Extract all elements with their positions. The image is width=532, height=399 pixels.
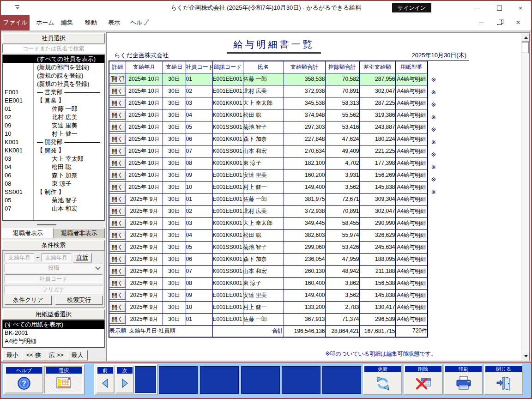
open-detail-button[interactable]: 開く [109,267,125,276]
open-detail-button[interactable]: 開く [109,87,125,96]
employee-list-item[interactable]: E001― 営業部 ―――――― [3,88,104,97]
menu-item-view[interactable]: 表示 [108,15,120,30]
max-width-button[interactable]: 最大 [67,350,88,360]
paper-list[interactable]: (すべての用紙を表示)BK-2001A4給与明細 [2,320,105,348]
detail-cell: 開く [109,73,126,85]
scrollbar[interactable] [521,33,529,361]
paper-list-item[interactable]: (すべての用紙を表示) [3,320,104,329]
select-button[interactable]: 選択 [44,366,83,393]
close-window-button[interactable]: 閉じる [484,364,523,395]
open-detail-button[interactable]: 開く [109,159,125,168]
open-detail-button[interactable]: 開く [109,135,125,144]
employee-list-item[interactable]: EE001【 営業 】 [3,97,104,105]
employee-list-item[interactable]: KK001【 開発 】 [3,146,104,155]
open-detail-button[interactable]: 開く [109,207,125,216]
retired-show-tab[interactable]: 退職者表示 [2,228,54,238]
open-detail-button[interactable]: 開く [109,99,125,108]
open-detail-button[interactable]: 開く [109,123,125,132]
open-detail-button[interactable]: 開く [109,291,125,300]
employee-list-item[interactable]: (新規の社員を登録) [3,80,104,88]
paper-list-item[interactable]: A4給与明細 [3,337,104,345]
paper-list-item[interactable]: BK-2001 [3,329,104,337]
employee-search-input[interactable] [2,44,105,53]
employee-code: 10 [3,130,33,138]
next-button[interactable]: 次 [115,366,134,393]
pay-month-from-input[interactable] [5,253,34,262]
employee-list-item[interactable]: 01佐藤 一郎 [3,105,104,113]
scroll-down-button[interactable] [522,352,530,360]
narrow-button[interactable]: << 狭 [22,350,45,360]
employee-list-item[interactable]: 10村上 健一 [3,130,104,138]
open-detail-button[interactable]: 開く [109,195,125,204]
open-detail-button[interactable]: 開く [109,219,125,228]
combo-chevron-icon[interactable] [94,265,102,272]
menu-item-file[interactable]: ファイル [1,15,30,30]
payslip-cell: 236,054 [284,253,325,265]
min-width-button[interactable]: 最小 [2,350,23,360]
scroll-thumb[interactable] [522,42,529,53]
prev-button[interactable]: 前 [96,366,115,393]
employee-list-item[interactable]: (新規の課を登録) [3,72,104,80]
open-detail-button[interactable]: 開く [109,279,125,288]
toolbar-empty-slot [241,366,280,394]
signin-button[interactable]: サインイン [392,3,431,12]
print-button[interactable]: 印刷 [444,364,483,395]
child-minimize-button[interactable] [472,15,490,30]
open-detail-button[interactable]: 開く [109,231,125,240]
splitter-handle[interactable] [37,224,56,225]
update-button[interactable]: 更新 [363,364,402,395]
open-detail-button[interactable]: 開く [109,303,125,312]
employee-list-item[interactable]: 04松田 聡 [3,163,104,171]
menu-item-edit[interactable]: 編集 [61,15,73,30]
help-button[interactable]: ヘルプ ? [5,366,43,393]
recent-button[interactable]: 直近 [73,253,91,262]
employee-list-item[interactable]: 08東 涼子 [3,180,104,188]
open-detail-button[interactable]: 開く [109,243,125,252]
open-detail-button[interactable]: 開く [109,183,125,192]
payslip-cell: 2025年 10月 [126,145,163,157]
employee-list-item[interactable]: 07山本 和宏 [3,205,104,213]
menu-item-home[interactable]: ホーム [36,15,54,30]
open-detail-button[interactable]: 開く [109,75,125,84]
employee-code-input[interactable] [5,274,103,283]
employee-list-item[interactable]: 05菊池 智子 [3,196,104,205]
child-restore-button[interactable] [490,15,509,30]
sort-order-label: 表示順 [109,327,126,334]
open-detail-button[interactable]: 開く [109,255,125,264]
maximize-button[interactable] [489,1,510,15]
minimize-button[interactable] [467,1,489,15]
employee-code: E001 [3,88,33,97]
open-detail-button[interactable]: 開く [109,171,125,180]
pay-month-to-input[interactable] [42,253,71,262]
employee-list-item[interactable]: 09安達 里美 [3,121,104,130]
employee-list-item[interactable]: 06森下 加奈 [3,171,104,180]
close-button[interactable]: × [510,1,531,15]
payslip-cell: 2025年 9月 [126,277,163,289]
employee-list-item[interactable]: 03大上 幸太郎 [3,155,104,163]
employee-list-item[interactable]: (すべての社員を表示) [3,55,104,63]
employee-list-item[interactable]: SS001【 制作 】 [3,188,104,196]
menu-item-help[interactable]: ヘルプ [130,15,149,30]
open-detail-button[interactable]: 開く [109,147,125,156]
employee-list-item[interactable]: K001― 開発部 ―――――― [3,138,104,146]
open-detail-button[interactable]: 開く [109,315,125,324]
role-select[interactable]: 役職 [5,264,103,272]
menu-item-move[interactable]: 移動 [85,15,97,30]
employee-label: 菊池 智子 [33,196,78,205]
condition-search-header[interactable]: 条件検索 [2,240,105,250]
clear-conditions-button[interactable]: 条件クリア [5,296,52,305]
employee-list[interactable]: (すべての社員を表示)(新規の部門を登録)(新規の課を登録)(新規の社員を登録)… [2,54,105,221]
delete-button[interactable]: 削除 [404,364,443,395]
retired-hide-tab[interactable]: 退職者非表示 [54,228,105,238]
open-detail-button[interactable]: 開く [109,111,125,120]
paper-select-header[interactable]: 用紙型番選択 [2,309,105,320]
wide-button[interactable]: 広 >> [45,350,68,360]
furigana-input[interactable] [5,285,103,294]
employee-list-item[interactable]: 02北村 広美 [3,113,104,121]
employee-select-header[interactable]: 社員選択 [2,33,105,43]
scroll-up-button[interactable] [522,33,530,42]
child-close-button[interactable]: × [509,15,527,30]
run-search-button[interactable]: 検索実行 [55,296,103,305]
employee-list-item[interactable]: (新規の部門を登録) [3,63,104,72]
payslip-cell: 山本 和宏 [243,145,284,157]
